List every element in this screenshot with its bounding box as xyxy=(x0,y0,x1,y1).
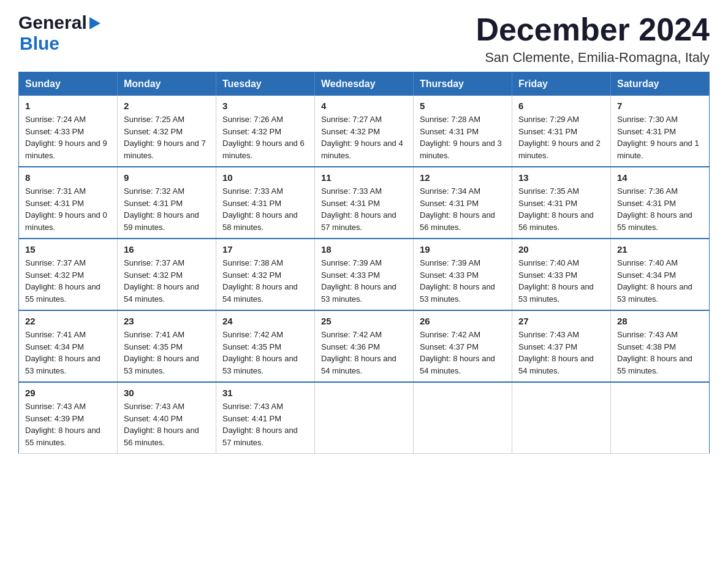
calendar-header: SundayMondayTuesdayWednesdayThursdayFrid… xyxy=(19,72,710,96)
calendar-cell: 5 Sunrise: 7:28 AMSunset: 4:31 PMDayligh… xyxy=(414,96,512,167)
calendar-cell: 9 Sunrise: 7:32 AMSunset: 4:31 PMDayligh… xyxy=(118,167,216,239)
calendar-cell: 26 Sunrise: 7:42 AMSunset: 4:37 PMDaylig… xyxy=(414,310,512,382)
calendar-cell: 17 Sunrise: 7:38 AMSunset: 4:32 PMDaylig… xyxy=(216,239,315,310)
day-number: 12 xyxy=(420,172,506,183)
day-number: 26 xyxy=(420,316,506,326)
calendar-cell: 16 Sunrise: 7:37 AMSunset: 4:32 PMDaylig… xyxy=(118,239,216,310)
calendar-cell: 12 Sunrise: 7:34 AMSunset: 4:31 PMDaylig… xyxy=(414,167,512,239)
calendar-cell: 6 Sunrise: 7:29 AMSunset: 4:31 PMDayligh… xyxy=(512,96,611,167)
day-number: 8 xyxy=(25,172,111,183)
day-info: Sunrise: 7:42 AMSunset: 4:36 PMDaylight:… xyxy=(321,329,407,377)
header-saturday: Saturday xyxy=(611,72,710,96)
day-number: 29 xyxy=(25,388,111,398)
day-info: Sunrise: 7:29 AMSunset: 4:31 PMDaylight:… xyxy=(518,113,604,161)
day-number: 15 xyxy=(25,244,111,255)
day-info: Sunrise: 7:35 AMSunset: 4:31 PMDaylight:… xyxy=(518,185,604,233)
day-info: Sunrise: 7:40 AMSunset: 4:33 PMDaylight:… xyxy=(518,257,604,305)
day-info: Sunrise: 7:43 AMSunset: 4:37 PMDaylight:… xyxy=(518,329,604,377)
day-info: Sunrise: 7:40 AMSunset: 4:34 PMDaylight:… xyxy=(617,257,703,305)
calendar-cell: 21 Sunrise: 7:40 AMSunset: 4:34 PMDaylig… xyxy=(611,239,710,310)
day-number: 18 xyxy=(321,244,407,255)
day-number: 4 xyxy=(321,101,407,111)
day-number: 7 xyxy=(617,101,703,111)
day-info: Sunrise: 7:37 AMSunset: 4:32 PMDaylight:… xyxy=(124,257,210,305)
day-number: 1 xyxy=(25,101,111,111)
day-info: Sunrise: 7:33 AMSunset: 4:31 PMDaylight:… xyxy=(222,185,308,233)
calendar-cell: 23 Sunrise: 7:41 AMSunset: 4:35 PMDaylig… xyxy=(118,310,216,382)
calendar-cell: 7 Sunrise: 7:30 AMSunset: 4:31 PMDayligh… xyxy=(611,96,710,167)
day-number: 23 xyxy=(124,316,210,326)
day-number: 22 xyxy=(25,316,111,326)
day-number: 11 xyxy=(321,172,407,183)
calendar-cell xyxy=(414,382,512,454)
day-info: Sunrise: 7:43 AMSunset: 4:38 PMDaylight:… xyxy=(617,329,703,377)
header-thursday: Thursday xyxy=(414,72,512,96)
calendar-cell: 11 Sunrise: 7:33 AMSunset: 4:31 PMDaylig… xyxy=(315,167,414,239)
calendar-cell: 19 Sunrise: 7:39 AMSunset: 4:33 PMDaylig… xyxy=(414,239,512,310)
calendar-table: SundayMondayTuesdayWednesdayThursdayFrid… xyxy=(18,72,710,454)
day-info: Sunrise: 7:31 AMSunset: 4:31 PMDaylight:… xyxy=(25,185,111,233)
calendar-cell: 27 Sunrise: 7:43 AMSunset: 4:37 PMDaylig… xyxy=(512,310,611,382)
header-tuesday: Tuesday xyxy=(216,72,315,96)
calendar-location: San Clemente, Emilia-Romagna, Italy xyxy=(476,50,710,66)
day-number: 21 xyxy=(617,244,703,255)
day-info: Sunrise: 7:37 AMSunset: 4:32 PMDaylight:… xyxy=(25,257,111,305)
day-info: Sunrise: 7:27 AMSunset: 4:32 PMDaylight:… xyxy=(321,113,407,161)
day-number: 28 xyxy=(617,316,703,326)
calendar-week-3: 15 Sunrise: 7:37 AMSunset: 4:32 PMDaylig… xyxy=(19,239,710,310)
calendar-week-1: 1 Sunrise: 7:24 AMSunset: 4:33 PMDayligh… xyxy=(19,96,710,167)
day-info: Sunrise: 7:34 AMSunset: 4:31 PMDaylight:… xyxy=(420,185,506,233)
calendar-cell: 22 Sunrise: 7:41 AMSunset: 4:34 PMDaylig… xyxy=(19,310,118,382)
day-number: 2 xyxy=(124,101,210,111)
calendar-week-2: 8 Sunrise: 7:31 AMSunset: 4:31 PMDayligh… xyxy=(19,167,710,239)
header-wednesday: Wednesday xyxy=(315,72,414,96)
day-number: 20 xyxy=(518,244,604,255)
page-header: G eneral Blue December 2024 San Clemente… xyxy=(18,12,710,66)
calendar-cell: 14 Sunrise: 7:36 AMSunset: 4:31 PMDaylig… xyxy=(611,167,710,239)
calendar-cell: 8 Sunrise: 7:31 AMSunset: 4:31 PMDayligh… xyxy=(19,167,118,239)
logo-general-rest: eneral xyxy=(32,12,86,33)
logo-general-text: G xyxy=(18,12,32,33)
calendar-cell: 2 Sunrise: 7:25 AMSunset: 4:32 PMDayligh… xyxy=(118,96,216,167)
calendar-cell xyxy=(315,382,414,454)
header-friday: Friday xyxy=(512,72,611,96)
calendar-cell: 20 Sunrise: 7:40 AMSunset: 4:33 PMDaylig… xyxy=(512,239,611,310)
calendar-cell: 18 Sunrise: 7:39 AMSunset: 4:33 PMDaylig… xyxy=(315,239,414,310)
calendar-cell: 29 Sunrise: 7:43 AMSunset: 4:39 PMDaylig… xyxy=(19,382,118,454)
calendar-cell: 4 Sunrise: 7:27 AMSunset: 4:32 PMDayligh… xyxy=(315,96,414,167)
day-number: 14 xyxy=(617,172,703,183)
calendar-cell: 28 Sunrise: 7:43 AMSunset: 4:38 PMDaylig… xyxy=(611,310,710,382)
day-info: Sunrise: 7:32 AMSunset: 4:31 PMDaylight:… xyxy=(124,185,210,233)
calendar-body: 1 Sunrise: 7:24 AMSunset: 4:33 PMDayligh… xyxy=(19,96,710,454)
day-number: 3 xyxy=(222,101,308,111)
calendar-cell: 3 Sunrise: 7:26 AMSunset: 4:32 PMDayligh… xyxy=(216,96,315,167)
day-info: Sunrise: 7:41 AMSunset: 4:34 PMDaylight:… xyxy=(25,329,111,377)
day-info: Sunrise: 7:42 AMSunset: 4:35 PMDaylight:… xyxy=(222,329,308,377)
day-info: Sunrise: 7:39 AMSunset: 4:33 PMDaylight:… xyxy=(321,257,407,305)
header-monday: Monday xyxy=(118,72,216,96)
logo-arrow-icon xyxy=(89,17,100,29)
day-number: 30 xyxy=(124,388,210,398)
calendar-cell: 25 Sunrise: 7:42 AMSunset: 4:36 PMDaylig… xyxy=(315,310,414,382)
day-number: 6 xyxy=(518,101,604,111)
day-info: Sunrise: 7:26 AMSunset: 4:32 PMDaylight:… xyxy=(222,113,308,161)
day-info: Sunrise: 7:36 AMSunset: 4:31 PMDaylight:… xyxy=(617,185,703,233)
day-info: Sunrise: 7:28 AMSunset: 4:31 PMDaylight:… xyxy=(420,113,506,161)
day-info: Sunrise: 7:38 AMSunset: 4:32 PMDaylight:… xyxy=(222,257,308,305)
header-sunday: Sunday xyxy=(19,72,118,96)
day-number: 25 xyxy=(321,316,407,326)
day-info: Sunrise: 7:39 AMSunset: 4:33 PMDaylight:… xyxy=(420,257,506,305)
calendar-cell: 31 Sunrise: 7:43 AMSunset: 4:41 PMDaylig… xyxy=(216,382,315,454)
day-number: 27 xyxy=(518,316,604,326)
calendar-cell xyxy=(611,382,710,454)
day-number: 16 xyxy=(124,244,210,255)
calendar-month-year: December 2024 xyxy=(476,12,710,47)
logo: G eneral Blue xyxy=(18,12,100,54)
day-number: 17 xyxy=(222,244,308,255)
day-info: Sunrise: 7:30 AMSunset: 4:31 PMDaylight:… xyxy=(617,113,703,161)
day-info: Sunrise: 7:33 AMSunset: 4:31 PMDaylight:… xyxy=(321,185,407,233)
calendar-cell: 13 Sunrise: 7:35 AMSunset: 4:31 PMDaylig… xyxy=(512,167,611,239)
day-number: 5 xyxy=(420,101,506,111)
day-info: Sunrise: 7:41 AMSunset: 4:35 PMDaylight:… xyxy=(124,329,210,377)
calendar-cell: 15 Sunrise: 7:37 AMSunset: 4:32 PMDaylig… xyxy=(19,239,118,310)
